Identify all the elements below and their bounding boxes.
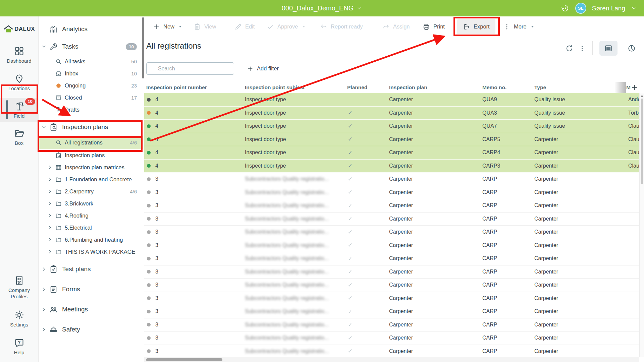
nav-analytics[interactable]: Analytics <box>39 20 143 38</box>
memo-number: CARP <box>482 322 534 328</box>
nav-4-roofing[interactable]: 4.Roofing <box>39 209 143 222</box>
app-nav-help[interactable]: ?Help <box>0 335 38 359</box>
nav-ongoing[interactable]: Ongoing23 <box>39 79 143 92</box>
table-row[interactable]: 3Subcontractors Quality registratio...✓C… <box>144 186 644 199</box>
app-nav-settings[interactable]: Settings <box>0 307 38 331</box>
add-column-button[interactable] <box>631 83 639 92</box>
inspection-point-subject: Subcontractors Quality registratio... <box>245 202 344 208</box>
toolbar-print-button[interactable]: Print <box>423 16 445 37</box>
clipboard-lines-icon <box>194 23 201 31</box>
chevron-right-icon <box>47 165 53 170</box>
toolbar-view-button[interactable]: View <box>194 16 216 37</box>
nav-3-brickwork[interactable]: 3.Brickwork <box>39 197 143 209</box>
table-row[interactable]: 3Subcontractors Quality registratio...✓C… <box>144 331 644 345</box>
refresh-icon[interactable] <box>565 44 574 53</box>
search-input[interactable] <box>158 66 231 72</box>
inspection-point-subject: Subcontractors Quality registratio... <box>245 269 344 275</box>
count-label: 17 <box>131 95 137 101</box>
horizontal-scroll-thumb[interactable] <box>146 358 222 361</box>
memo-number: QUA7 <box>482 123 534 129</box>
nav-1-foundation-and-concrete[interactable]: 1.Foundation and Concrete <box>39 173 143 185</box>
horizontal-scrollbar[interactable] <box>144 357 639 362</box>
column-header-type[interactable]: Type <box>534 84 626 90</box>
toolbar-new-button[interactable]: New <box>153 16 183 37</box>
table-row[interactable]: 4Inspect door type✓CarpenterCARP5Carpent… <box>144 133 644 146</box>
chart-view-toggle[interactable] <box>623 41 641 56</box>
table-row[interactable]: 3Subcontractors Quality registratio...✓C… <box>144 318 644 332</box>
plus-icon <box>247 65 254 72</box>
sidebar-scrollbar[interactable] <box>142 17 144 78</box>
nav-inspection-plans[interactable]: Inspection plans <box>39 149 143 161</box>
chevron-right-icon <box>47 249 53 254</box>
nav-safety[interactable]: Safety <box>39 321 143 338</box>
nav-closed[interactable]: Closed17 <box>39 92 143 104</box>
kebab-menu-icon[interactable] <box>579 45 586 52</box>
nav-tasks[interactable]: Tasks10 <box>39 38 143 55</box>
planned-checkmark: ✓ <box>344 242 389 249</box>
history-icon[interactable] <box>561 4 570 13</box>
nav-label: THIS IS A WORK PACKAGE <box>65 249 136 255</box>
nav-label: Tasks <box>62 43 78 50</box>
nav-inspection-plan-matrices[interactable]: Inspection plan matrices <box>39 161 143 173</box>
nav-test-plans[interactable]: Test plans <box>39 260 143 278</box>
table-row[interactable]: 3Subcontractors Quality registratio...✓C… <box>144 292 644 305</box>
column-header-memo-no[interactable]: Memo no. <box>482 84 534 90</box>
nav-inbox[interactable]: Inbox10 <box>39 67 143 79</box>
nav-meetings[interactable]: Meetings <box>39 301 143 318</box>
table-row[interactable]: 4Inspect door type✓CarpenterCARP4Carpent… <box>144 146 644 160</box>
table-row[interactable]: 4Inspect door type✓CarpenterCARP3Carpent… <box>144 160 644 173</box>
table-row[interactable]: 3Subcontractors Quality registratio...✓C… <box>144 305 644 318</box>
table-row[interactable]: 4Inspect door type✓CarpenterQUA3Quality … <box>144 107 644 120</box>
table-row[interactable]: 4Inspect door typeCarpenterQUA9Quality i… <box>144 93 644 107</box>
nav-this-is-a-work-package[interactable]: THIS IS A WORK PACKAGE <box>39 246 143 258</box>
toolbar-export-button[interactable]: Export <box>457 19 495 34</box>
toolbar-assign-button[interactable]: Assign <box>382 16 410 37</box>
table-row[interactable]: 3Subcontractors Quality registratio...✓C… <box>144 199 644 213</box>
nav-forms[interactable]: Forms <box>39 281 143 298</box>
planned-checkmark: ✓ <box>344 335 389 342</box>
nav-all-tasks[interactable]: All tasks50 <box>39 55 143 67</box>
toolbar-more-button[interactable]: More <box>503 16 535 37</box>
app-nav-field[interactable]: 10Field <box>0 98 38 122</box>
nav-inspection-plans[interactable]: Inspection plans <box>39 118 143 136</box>
nav-5-electrical[interactable]: 5.Electrical <box>39 222 143 234</box>
avatar[interactable]: SL <box>575 3 586 14</box>
type-label: Carpenter <box>534 348 626 354</box>
vertical-scrollbar[interactable] <box>639 93 644 357</box>
table-row[interactable]: 3Subcontractors Quality registratio...✓C… <box>144 239 644 252</box>
scroll-up-arrow[interactable] <box>641 95 643 97</box>
table-row[interactable]: 3Subcontractors Quality registratio...✓C… <box>144 279 644 292</box>
app-nav-dashboard[interactable]: Dashboard <box>0 43 38 67</box>
planned-checkmark: ✓ <box>344 282 389 289</box>
nav-all-registrations[interactable]: All registrations4/6 <box>39 136 143 149</box>
app-nav-locations[interactable]: Locations <box>0 70 38 95</box>
toolbar-report-ready-button[interactable]: Report ready <box>320 16 363 37</box>
table-row[interactable]: 3Subcontractors Quality registratio...✓C… <box>144 252 644 265</box>
nav-6-plumbing-and-heating[interactable]: 6.Plumbing and heating <box>39 234 143 246</box>
user-name[interactable]: Søren Lang <box>592 5 625 12</box>
table-row[interactable]: 3Subcontractors Quality registratio...✓C… <box>144 345 644 358</box>
table-row[interactable]: 4Inspect door type✓CarpenterQUA7Quality … <box>144 120 644 133</box>
project-switcher[interactable]: 000_Dalux_Demo_ENG <box>0 0 644 16</box>
column-header-inspection-point-number[interactable]: Inspection point number <box>144 84 245 90</box>
nav-drafts[interactable]: Drafts <box>39 104 143 116</box>
app-nav-company-profiles[interactable]: Company Profiles <box>0 272 38 303</box>
toolbar-approve-button[interactable]: Approve <box>267 16 306 37</box>
table-row[interactable]: 3Subcontractors Quality registratio...✓C… <box>144 213 644 226</box>
table-view-toggle[interactable] <box>599 41 618 56</box>
table-body: 4Inspect door typeCarpenterQUA9Quality i… <box>144 93 644 357</box>
table-row[interactable]: 3Subcontractors Quality registratio...✓C… <box>144 265 644 279</box>
chevron-down-icon[interactable] <box>631 5 637 11</box>
nav-2-carpentry[interactable]: 2.Carpentry4/6 <box>39 185 143 197</box>
folder-icon <box>55 188 62 195</box>
column-header-inspection-point-subject[interactable]: Inspection point subject <box>245 84 344 90</box>
table-row[interactable]: 3Subcontractors Quality registratio...✓C… <box>144 173 644 186</box>
column-header-planned[interactable]: Planned <box>344 84 389 90</box>
count-label: 4/6 <box>130 140 137 145</box>
vertical-scroll-thumb[interactable] <box>641 99 643 184</box>
app-nav-box[interactable]: Box <box>0 125 38 149</box>
column-header-inspection-plan[interactable]: Inspection plan <box>389 84 482 90</box>
add-filter-button[interactable]: Add filter <box>247 65 279 72</box>
table-row[interactable]: 3Subcontractors Quality registratio...✓C… <box>144 226 644 239</box>
toolbar-edit-button[interactable]: Edit <box>234 16 255 37</box>
